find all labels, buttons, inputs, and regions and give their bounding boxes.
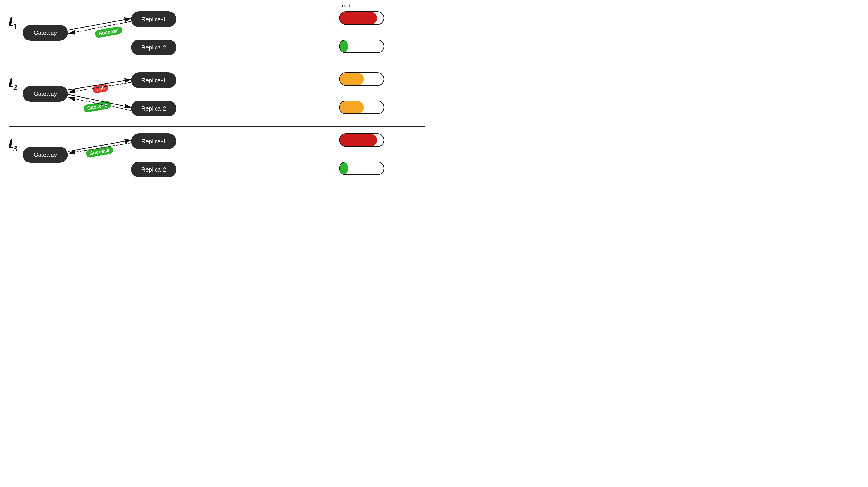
load-pill-r2-t1	[339, 39, 384, 53]
main-container: Load t1 Gateway Replica-1 Replica-2 Succ…	[0, 0, 434, 244]
load-pill-r1-t2	[339, 72, 384, 86]
divider-2	[9, 126, 425, 127]
load-fill-r1-t3	[340, 134, 377, 146]
success-badge-t2: Success	[83, 101, 112, 113]
time-label-t3: t3	[8, 133, 17, 154]
time-label-t1: t1	[8, 11, 17, 31]
load-pill-r2-t2	[339, 101, 384, 114]
load-fill-r2-t1	[340, 40, 348, 53]
replica2-node-t2: Replica-2	[131, 101, 176, 117]
load-label: Load	[339, 3, 350, 8]
replica2-node-t3: Replica-2	[131, 162, 176, 177]
time-label-t2: t2	[8, 72, 17, 92]
load-pill-r1-t1	[339, 11, 384, 25]
load-pill-r2-t3	[339, 162, 384, 175]
replica1-node-t2: Replica-1	[131, 72, 176, 88]
replica1-node-t1: Replica-1	[131, 11, 176, 27]
load-fill-r1-t2	[340, 73, 364, 85]
load-pill-r1-t3	[339, 133, 384, 147]
gateway-node-t1: Gateway	[23, 25, 68, 41]
replica1-node-t3: Replica-1	[131, 133, 176, 149]
fail-badge-t2: Fail	[92, 84, 109, 94]
load-fill-r2-t3	[340, 162, 348, 174]
gateway-node-t2: Gateway	[23, 86, 68, 102]
divider-1	[9, 61, 425, 61]
success-badge-t1: Success	[94, 26, 123, 38]
success-badge-t3: Success	[86, 146, 114, 158]
load-fill-r1-t1	[340, 12, 377, 24]
load-fill-r2-t2	[340, 101, 364, 113]
replica2-node-t1: Replica-2	[131, 39, 176, 55]
gateway-node-t3: Gateway	[23, 147, 68, 163]
